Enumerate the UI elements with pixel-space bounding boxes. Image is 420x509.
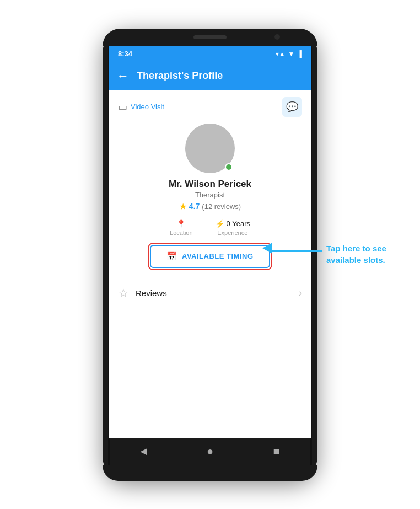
experience-icon-row: ⚡ 0 Years — [215, 219, 250, 228]
available-timing-button[interactable]: 📅 AVAILABLE TIMING — [150, 245, 270, 268]
location-icon-row: 📍 — [176, 219, 186, 228]
signal-icon: ▾▲ — [276, 50, 286, 58]
timing-btn-label: AVAILABLE TIMING — [182, 252, 254, 260]
therapist-role: Therapist — [118, 191, 302, 199]
rating-value: 4.7 — [189, 202, 200, 211]
online-indicator — [225, 163, 233, 171]
location-label: Location — [170, 229, 193, 236]
nav-back-icon: ◄ — [138, 445, 149, 458]
status-bar: 8:34 ▾▲ ▼ ▐ — [109, 46, 311, 62]
chat-icon: 💬 — [286, 101, 298, 113]
reviews-star-icon: ☆ — [118, 286, 129, 301]
video-visit-row: ▭ Video Visit — [118, 101, 164, 113]
top-row: ▭ Video Visit 💬 — [118, 97, 302, 117]
chat-button[interactable]: 💬 — [282, 97, 302, 117]
status-time: 8:34 — [118, 50, 132, 58]
therapist-name: Mr. Wilson Pericek — [118, 179, 302, 190]
location-icon: 📍 — [176, 219, 186, 228]
app-bar-title: Therapist's Profile — [137, 70, 303, 82]
nav-home-button[interactable]: ● — [193, 441, 227, 463]
location-stat: 📍 Location — [170, 219, 193, 236]
wifi-icon: ▼ — [288, 50, 295, 58]
chevron-right-icon: › — [299, 287, 302, 299]
camera — [274, 34, 280, 40]
annotation-text: Tap here to see available slots. — [326, 243, 392, 266]
battery-icon: ▐ — [297, 50, 302, 58]
arrow-shape — [262, 243, 322, 254]
arrow-head — [262, 243, 272, 254]
experience-value: 0 Years — [227, 219, 250, 228]
video-visit-label: Video Visit — [131, 103, 164, 111]
nav-recents-icon: ■ — [273, 445, 280, 458]
bottom-nav: ◄ ● ■ — [109, 438, 311, 465]
avatar-container — [118, 124, 302, 173]
video-icon: ▭ — [118, 101, 127, 113]
avatar — [185, 124, 235, 173]
nav-home-icon: ● — [207, 445, 213, 458]
top-bezel — [103, 29, 317, 46]
bottom-bezel — [103, 465, 317, 481]
nav-back-button[interactable]: ◄ — [127, 441, 160, 463]
back-button[interactable]: ← — [117, 69, 129, 83]
reviews-label: Reviews — [136, 288, 299, 298]
speaker — [193, 35, 227, 39]
nav-recents-button[interactable]: ■ — [260, 441, 293, 463]
annotation: Tap here to see available slots. — [262, 243, 392, 266]
reviews-row[interactable]: ☆ Reviews › — [109, 278, 311, 308]
arrow-line — [272, 250, 322, 252]
experience-stat: ⚡ 0 Years Experience — [215, 219, 250, 236]
experience-label: Experience — [217, 229, 247, 236]
rating-row: ★ 4.7 (12 reviews) — [118, 201, 302, 212]
calendar-icon: 📅 — [166, 251, 177, 261]
rating-reviews: (12 reviews) — [202, 202, 241, 211]
lightning-icon: ⚡ — [215, 219, 224, 228]
app-bar: ← Therapist's Profile — [109, 62, 311, 90]
star-icon: ★ — [179, 201, 187, 212]
stats-row: 📍 Location ⚡ 0 Years Experience — [118, 219, 302, 236]
scene: 8:34 ▾▲ ▼ ▐ ← Therapist's Profile — [0, 0, 420, 509]
status-icons: ▾▲ ▼ ▐ — [276, 50, 302, 58]
